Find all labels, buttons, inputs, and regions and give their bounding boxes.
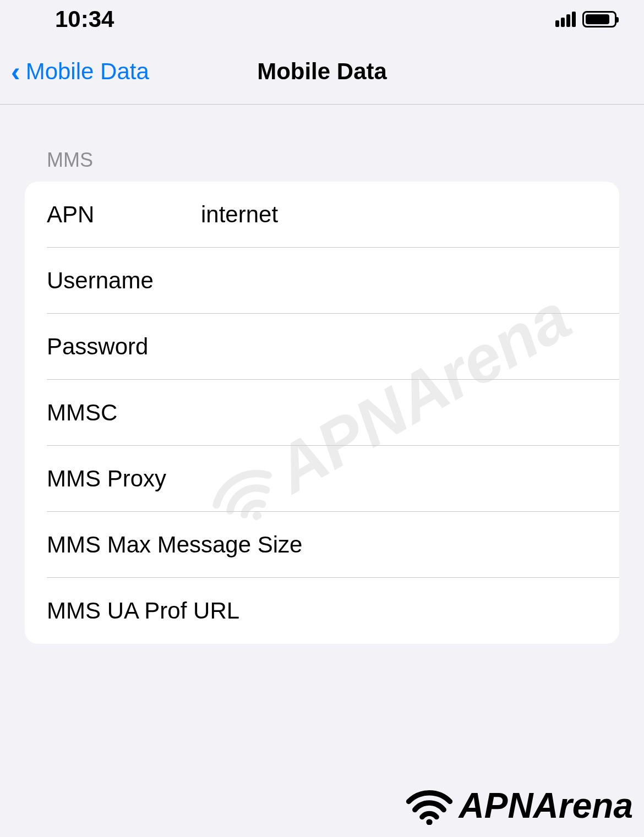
row-username[interactable]: Username <box>25 248 619 314</box>
back-label: Mobile Data <box>26 58 149 85</box>
input-username[interactable] <box>201 267 597 294</box>
cellular-signal-icon <box>555 12 576 27</box>
battery-icon <box>582 11 616 28</box>
status-time: 10:34 <box>55 6 114 32</box>
label-mms-proxy: MMS Proxy <box>47 466 166 492</box>
navigation-bar: ‹ Mobile Data Mobile Data <box>0 39 644 105</box>
section-header-mms: MMS <box>25 149 619 172</box>
settings-group: APN Username Password MMSC MMS Proxy MMS… <box>25 182 619 644</box>
back-button[interactable]: ‹ Mobile Data <box>0 56 149 87</box>
input-password[interactable] <box>201 333 597 360</box>
status-icons <box>555 11 616 28</box>
footer-logo: APNArena <box>405 785 633 826</box>
row-mmsc[interactable]: MMSC <box>25 380 619 446</box>
svg-point-1 <box>427 819 433 825</box>
label-password: Password <box>47 333 201 360</box>
input-mms-ua[interactable] <box>239 598 597 624</box>
row-password[interactable]: Password <box>25 314 619 380</box>
status-bar: 10:34 <box>0 0 644 39</box>
label-apn: APN <box>47 201 201 228</box>
input-apn[interactable] <box>201 201 597 228</box>
row-mms-max[interactable]: MMS Max Message Size <box>25 512 619 578</box>
row-mms-ua[interactable]: MMS UA Prof URL <box>25 578 619 644</box>
page-title: Mobile Data <box>257 58 387 85</box>
chevron-left-icon: ‹ <box>11 56 20 87</box>
label-mmsc: MMSC <box>47 400 201 426</box>
input-mms-max[interactable] <box>302 532 597 558</box>
label-mms-ua: MMS UA Prof URL <box>47 598 239 624</box>
input-mmsc[interactable] <box>201 400 597 426</box>
wifi-icon <box>405 786 454 825</box>
row-apn[interactable]: APN <box>25 182 619 248</box>
label-username: Username <box>47 267 201 294</box>
input-mms-proxy[interactable] <box>166 466 597 492</box>
label-mms-max: MMS Max Message Size <box>47 532 302 558</box>
row-mms-proxy[interactable]: MMS Proxy <box>25 446 619 512</box>
